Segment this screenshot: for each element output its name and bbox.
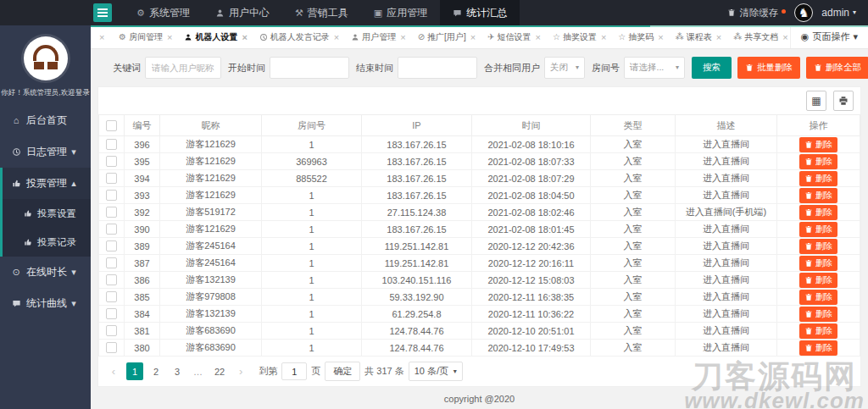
row-checkbox[interactable] [106,240,117,251]
topbar-menu-item[interactable]: 统计汇总 [440,0,520,25]
row-checkbox[interactable] [106,190,117,201]
topbar-menu-item[interactable]: ⚙ 系统管理 [124,0,203,25]
page-operations-dropdown[interactable]: ◉ 页面操作 ▾ [790,25,868,48]
sidebar-item-online-time[interactable]: ⊙ 在线时长 ▾ [0,257,91,288]
batch-delete-button[interactable]: 批量删除 [737,57,800,79]
delete-button[interactable]: 删除 [799,307,837,322]
tab[interactable]: ⊘ 推广[用户] × [412,25,481,48]
delete-button[interactable]: 删除 [799,188,837,203]
tab[interactable]: ⚙ 房间管理 × [113,25,178,48]
tab[interactable]: ☆ 抽奖码 × [612,25,669,48]
page-size-select[interactable]: 10 条/页 ▾ [409,362,463,381]
close-icon[interactable]: × [716,32,721,42]
tab[interactable]: ✈ 短信设置 × [481,25,547,48]
close-icon[interactable]: × [782,32,787,42]
confirm-button[interactable]: 确定 [325,362,360,381]
chevron-down-icon: ▾ [676,64,679,71]
menu-toggle-button[interactable] [93,3,112,22]
close-icon[interactable]: × [242,32,247,42]
close-icon[interactable]: × [99,32,104,42]
close-icon[interactable]: × [167,32,172,42]
tab[interactable]: ⁂ 课程表 × [670,25,727,48]
delete-button[interactable]: 删除 [799,239,837,254]
sidebar-item-home[interactable]: ⌂ 后台首页 [0,105,91,136]
row-checkbox[interactable] [106,207,117,218]
cell-nickname: 游客683690 [160,340,262,356]
goto-page-input[interactable] [281,362,307,380]
sidebar-item-vote-records[interactable]: 投票记录 [3,228,91,257]
delete-button[interactable]: 删除 [799,205,837,220]
row-checkbox[interactable] [106,139,117,150]
tab[interactable]: 用户管理 × [345,25,411,48]
row-checkbox[interactable] [106,291,117,302]
cell-desc: 进入直播间 [676,340,777,356]
end-time-input[interactable] [398,57,477,79]
delete-button[interactable]: 删除 [799,273,837,288]
close-icon[interactable]: × [536,32,541,42]
row-checkbox[interactable] [106,325,117,336]
row-checkbox[interactable] [106,224,117,235]
page-number-1[interactable]: 1 [126,362,143,380]
tab[interactable]: × [91,25,113,48]
cell-type: 入室 [591,187,676,204]
tab[interactable]: ⁂ 共享文档 × [727,25,790,48]
prev-page-button[interactable]: ‹ [105,362,122,380]
clear-cache-button[interactable]: 清除缓存 [727,7,786,19]
cell-time: 2020-12-11 10:36:22 [472,306,591,323]
tab[interactable]: 机器人设置 × [178,25,253,48]
notification-dot [782,9,786,14]
avatar[interactable]: ♞ [794,3,813,22]
row-checkbox[interactable] [106,308,117,319]
select-all-checkbox[interactable] [106,120,117,131]
menu-item-label: 系统管理 [149,6,190,20]
cell-nickname: 游客245164 [160,238,262,255]
chevron-down-icon: ▾ [576,64,579,71]
topbar-menu-item[interactable]: ▣ 应用管理 [361,0,440,25]
sidebar-item-vote-settings[interactable]: 投票设置 [3,199,91,228]
cell-type: 入室 [591,323,676,340]
keyword-input[interactable] [145,57,221,79]
delete-button[interactable]: 删除 [799,154,837,169]
delete-button[interactable]: 删除 [799,256,837,271]
close-icon[interactable]: × [400,32,405,42]
sidebar-item-logs[interactable]: 日志管理 ▾ [0,136,91,168]
cell-time: 2020-12-12 15:08:03 [472,272,591,289]
cell-ip: 119.251.142.81 [362,255,472,272]
delete-button[interactable]: 删除 [799,340,837,356]
print-button[interactable] [833,91,854,111]
topbar-menu-item[interactable]: ⚒ 营销工具 [282,0,361,25]
delete-all-button[interactable]: 删除全部 [806,57,868,79]
tab[interactable]: 机器人发言记录 × [253,25,345,48]
room-number-select[interactable]: 请选择... ▾ [624,57,685,79]
page-number-3[interactable]: 3 [169,362,186,380]
page-number-22[interactable]: 22 [211,362,228,380]
trash-icon [727,8,736,17]
delete-button[interactable]: 删除 [799,323,837,339]
close-icon[interactable]: × [658,32,663,42]
row-checkbox[interactable] [106,257,117,268]
tab-label: 推广[用户] [427,31,466,43]
delete-button[interactable]: 删除 [799,290,837,305]
row-checkbox[interactable] [106,274,117,285]
start-time-input[interactable] [270,57,349,79]
next-page-button[interactable]: › [232,362,249,380]
close-icon[interactable]: × [601,32,606,42]
delete-button[interactable]: 删除 [799,171,837,186]
merge-user-select[interactable]: 关闭 ▾ [544,57,585,79]
sidebar-item-vote[interactable]: 投票管理 ▴ [3,168,91,199]
row-checkbox[interactable] [106,156,117,167]
filter-columns-button[interactable]: ▦ [806,91,826,111]
delete-button[interactable]: 删除 [799,137,837,152]
delete-button[interactable]: 删除 [799,222,837,237]
page-number-2[interactable]: 2 [147,362,164,380]
close-icon[interactable]: × [334,32,339,42]
sidebar-item-stats-curve[interactable]: 统计曲线 ▾ [0,288,91,319]
search-button[interactable]: 搜索 [692,57,732,79]
close-icon[interactable]: × [470,32,476,42]
row-checkbox[interactable] [106,342,117,353]
admin-dropdown[interactable]: admin ▾ [821,7,856,19]
topbar-menu-item[interactable]: 用户中心 [203,0,282,25]
column-header-id: 编号 [125,115,160,136]
row-checkbox[interactable] [106,173,117,184]
tab[interactable]: ☆ 抽奖设置 × [547,25,612,48]
